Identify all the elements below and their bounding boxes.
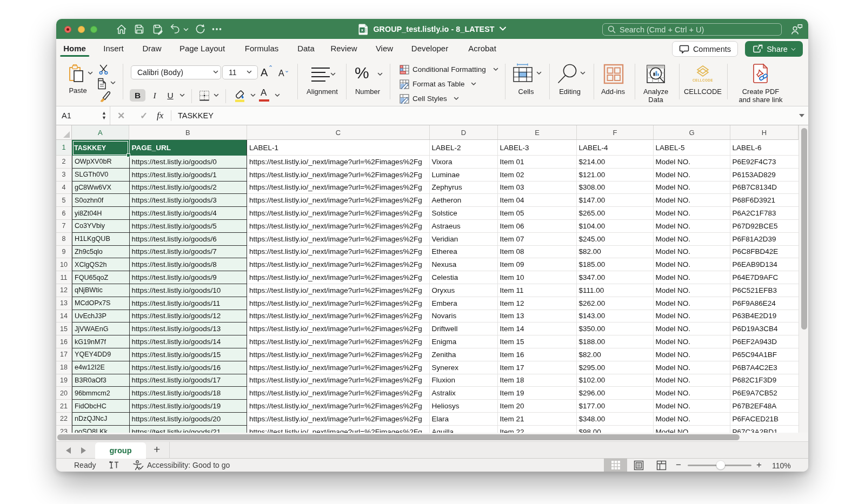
svg-text:CELLCODE: CELLCODE — [693, 78, 713, 82]
svg-text:x: x — [361, 28, 364, 32]
